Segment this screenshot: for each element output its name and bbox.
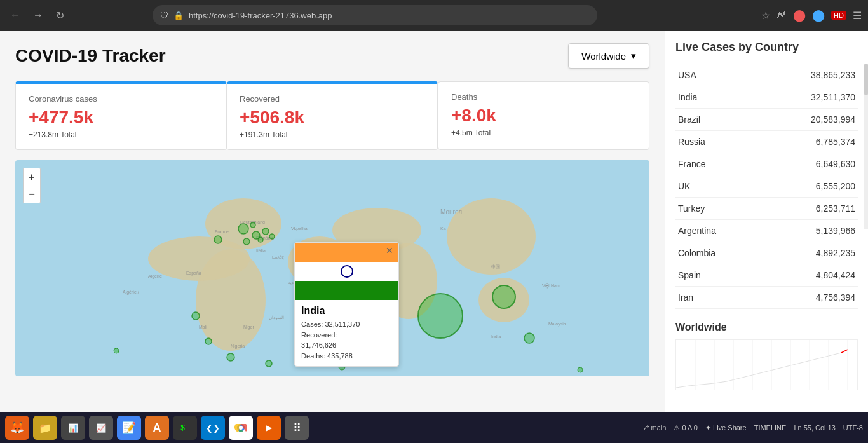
country-row[interactable]: UK 6,555,200 <box>675 175 858 198</box>
forward-button[interactable]: → <box>29 7 47 24</box>
popup-close-button[interactable]: ✕ <box>386 245 393 256</box>
taskbar-text[interactable]: A <box>145 416 169 440</box>
country-count: 6,649,630 <box>816 159 855 169</box>
scrollbar-thumb[interactable] <box>864 64 868 95</box>
map-container[interactable]: Монгол Türkménistán Algérie Algérie / Ma… <box>15 160 649 376</box>
svg-point-35 <box>418 294 463 338</box>
country-count: 38,865,233 <box>811 70 855 80</box>
svg-text:India: India <box>491 334 501 339</box>
scrollbar-track <box>864 64 868 229</box>
taskbar-firefox[interactable]: 🦊 <box>5 416 29 440</box>
svg-text:Vkpaïha: Vkpaïha <box>291 226 308 231</box>
recovered-card: Recovered +506.8k +191.3m Total <box>227 81 438 150</box>
app-container: COVID-19 Tracker Worldwide ▾ Coronavirus… <box>0 31 868 412</box>
deaths-card: Deaths +8.0k +4.5m Total <box>438 81 649 150</box>
country-row[interactable]: Colombia 4,892,235 <box>675 242 858 264</box>
svg-point-47 <box>192 312 200 320</box>
profile-icon[interactable]: ⬤ <box>793 8 806 22</box>
url-text: https://covid-19-tracker-21736.web.app <box>189 11 332 20</box>
india-flag <box>295 243 398 300</box>
extensions-icon[interactable]: ⬤ <box>812 8 825 22</box>
lock-icon: 🔒 <box>173 11 184 20</box>
country-row[interactable]: Iran 4,756,394 <box>675 287 858 309</box>
popup-cases-label: Cases: <box>301 320 323 328</box>
browser-chrome: ← → ↻ 🛡 🔒 https://covid-19-tracker-21736… <box>0 0 868 31</box>
svg-text:Nigeria: Nigeria <box>231 344 245 349</box>
git-branch: ⎇ main <box>641 424 667 432</box>
popup-cases-value: 32,511,370 <box>325 320 360 328</box>
svg-text:中国: 中国 <box>491 264 500 269</box>
menu-button[interactable]: ☰ <box>853 10 862 22</box>
live-share: ✦ Live Share <box>705 424 747 432</box>
taskbar-files[interactable]: 📁 <box>33 416 57 440</box>
svg-line-62 <box>740 375 752 378</box>
popup-country-name: India <box>301 305 392 317</box>
encoding: UTF-8 <box>843 424 863 432</box>
country-row[interactable]: India 32,511,370 <box>675 86 858 109</box>
recovered-number: +506.8k <box>240 107 424 128</box>
cases-label: Coronavirus cases <box>29 94 214 104</box>
svg-text:Algérie /: Algérie / <box>123 290 139 295</box>
svg-text:Espаña: Espаña <box>186 271 201 276</box>
taskbar-monitor[interactable]: 📊 <box>61 416 85 440</box>
taskbar-docs[interactable]: 📝 <box>117 416 141 440</box>
zoom-in-button[interactable]: + <box>23 168 41 186</box>
taskbar-chrome[interactable] <box>229 416 253 440</box>
flag-middle <box>295 262 398 281</box>
svg-text:Mali: Mali <box>199 325 207 329</box>
country-name: Argentina <box>678 226 716 236</box>
popup-recovered-value: 31,746,626 <box>301 341 336 349</box>
worldwide-chart <box>675 339 858 390</box>
browser-right-icons: ☆ 🗲 ⬤ ⬤ HD ☰ <box>761 8 862 22</box>
country-count: 6,555,200 <box>816 181 855 191</box>
map-zoom-controls: + − <box>23 168 41 203</box>
country-name: USA <box>678 70 696 80</box>
country-row[interactable]: Argentina 5,139,966 <box>675 220 858 242</box>
app-title: COVID-19 Tracker <box>15 46 166 66</box>
back-button[interactable]: ← <box>6 7 24 24</box>
worldwide-dropdown[interactable]: Worldwide ▾ <box>568 43 649 69</box>
country-row[interactable]: Russia 6,785,374 <box>675 131 858 153</box>
pocket-icon[interactable]: 🗲 <box>776 10 787 21</box>
country-row[interactable]: Brazil 20,583,994 <box>675 109 858 131</box>
svg-text:Algérie: Algérie <box>148 274 162 279</box>
bookmark-icon[interactable]: ☆ <box>761 10 770 22</box>
timeline: TIMELINE <box>754 424 787 432</box>
cases-number: +477.5k <box>29 107 214 128</box>
country-row[interactable]: France 6,649,630 <box>675 153 858 175</box>
country-row[interactable]: Spain 4,804,424 <box>675 264 858 287</box>
country-popup: ✕ India Cases: 32,511,370 Recovered: <box>294 242 399 367</box>
panel-title: Live Cases by Country <box>675 41 858 54</box>
taskbar-status: ⎇ main ⚠ 0 Δ 0 ✦ Live Share TIMELINE Ln … <box>641 424 863 432</box>
country-row[interactable]: Turkey 6,253,711 <box>675 198 858 220</box>
country-row[interactable]: USA 38,865,233 <box>675 64 858 86</box>
svg-text:Việt Nam: Việt Nam <box>542 283 560 289</box>
address-bar[interactable]: 🛡 🔒 https://covid-19-tracker-21736.web.a… <box>153 5 597 25</box>
svg-line-65 <box>778 365 790 369</box>
refresh-button[interactable]: ↻ <box>52 7 68 24</box>
svg-point-45 <box>269 234 275 239</box>
taskbar-vscode[interactable]: ❮❯ <box>201 416 225 440</box>
svg-point-52 <box>524 333 534 343</box>
country-list: USA 38,865,233 India 32,511,370 Brazil 2… <box>675 64 858 309</box>
taskbar-postman[interactable]: ▶ <box>257 416 281 440</box>
svg-text:Ελλάς: Ελλάς <box>272 255 285 260</box>
country-name: Brazil <box>678 114 700 125</box>
taskbar-terminal[interactable]: $_ <box>173 416 197 440</box>
worldwide-label: Worldwide <box>581 51 626 62</box>
svg-text:Itàlia: Itàlia <box>256 249 266 253</box>
recovered-total: +191.3m Total <box>240 130 424 139</box>
taskbar-activity[interactable]: 📈 <box>89 416 113 440</box>
svg-point-56 <box>578 367 583 372</box>
svg-line-59 <box>702 383 714 385</box>
svg-text:السودان: السودان <box>269 315 284 320</box>
svg-line-68 <box>816 356 829 359</box>
popup-deaths-value: 435,788 <box>327 352 353 360</box>
svg-point-83 <box>239 426 243 430</box>
cases-card: Coronavirus cases +477.5k +213.8m Total <box>15 81 227 150</box>
svg-point-46 <box>214 236 222 243</box>
svg-text:Niger: Niger <box>243 325 254 330</box>
zoom-out-button[interactable]: − <box>23 186 41 203</box>
svg-text:France: France <box>215 229 229 234</box>
taskbar-grid[interactable]: ⠿ <box>285 416 309 440</box>
